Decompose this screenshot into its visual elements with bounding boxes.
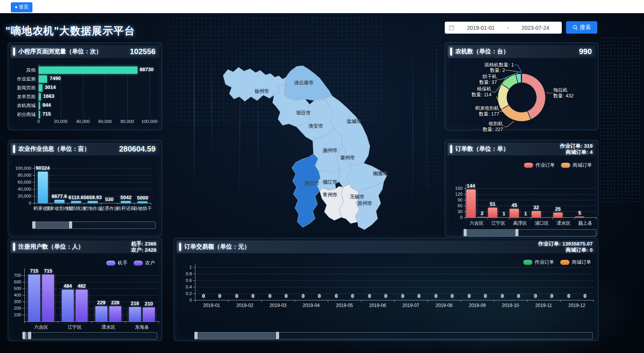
category-label: 溧水区 bbox=[557, 220, 571, 227]
legend-item-作业订单[interactable]: 作业订单 bbox=[523, 259, 554, 266]
value-label: 8677.6 bbox=[52, 193, 67, 199]
value-label: 0 bbox=[368, 293, 371, 299]
legend-item-机手[interactable]: 机手 bbox=[106, 260, 127, 266]
x-axis-tickmark bbox=[466, 217, 466, 219]
bar--秸秆还田[interactable] bbox=[121, 201, 131, 203]
value-label: 3014 bbox=[45, 84, 56, 90]
legend-item-农户[interactable]: 农户 bbox=[134, 260, 155, 266]
pie-label-line-text: 数量: 2 bbox=[451, 68, 505, 73]
value-label: 210 bbox=[145, 301, 153, 307]
bar-作业监测[interactable] bbox=[39, 75, 47, 83]
x-axis-tickmark bbox=[118, 203, 118, 205]
datazoom-handle-left[interactable] bbox=[195, 332, 198, 339]
bar-商城订单-六合区[interactable] bbox=[478, 217, 487, 217]
value-label: 0 bbox=[401, 293, 404, 299]
value-label: 45 bbox=[512, 202, 517, 208]
bar-作业订单-高淳区[interactable] bbox=[510, 209, 519, 217]
bar-作业订单-江宁区[interactable] bbox=[488, 208, 497, 217]
category-label: 颍上县 bbox=[578, 220, 592, 227]
value-label: 5 bbox=[578, 210, 581, 216]
legend-swatch bbox=[524, 163, 533, 168]
map-region-常州市[interactable] bbox=[320, 186, 344, 220]
category-label: 2019-02 bbox=[236, 303, 253, 308]
bar-新闻页面[interactable] bbox=[39, 84, 42, 92]
y-axis-tick: 0.4 bbox=[173, 285, 192, 289]
date-start-value[interactable]: 2019-01-01 bbox=[454, 25, 507, 31]
date-range-picker[interactable]: 2019-01-01 - 2023-07-24 bbox=[445, 22, 562, 34]
y-gridline bbox=[466, 206, 596, 206]
legend-swatch bbox=[106, 261, 115, 266]
bar-农户-江宁区[interactable] bbox=[76, 290, 88, 321]
home-tab[interactable]: ● 首页 bbox=[11, 2, 32, 12]
value-label: 216 bbox=[131, 300, 139, 306]
bar-其他[interactable] bbox=[39, 67, 137, 74]
pie-slice-收割机[interactable] bbox=[501, 105, 531, 121]
value-label: 530 bbox=[105, 196, 114, 202]
y-gridline bbox=[195, 293, 593, 294]
search-button[interactable]: 搜索 bbox=[566, 21, 597, 34]
value-label: 5000 bbox=[137, 195, 148, 201]
value-label: 1 bbox=[524, 211, 527, 217]
light-streak-decoration bbox=[212, 48, 212, 164]
date-end-value[interactable]: 2023-07-24 bbox=[509, 25, 562, 31]
x-axis-tickmark bbox=[527, 300, 527, 302]
bar-作业订单-六合区[interactable] bbox=[466, 189, 476, 217]
y-gridline bbox=[34, 175, 151, 176]
datazoom-handle-left[interactable] bbox=[32, 221, 36, 229]
bar--耙地作业[interactable] bbox=[88, 201, 98, 203]
bar-积分商城[interactable] bbox=[39, 111, 40, 118]
panel-title: 小程序页面浏览量（单位：次） bbox=[18, 48, 102, 56]
datazoom-handle-right[interactable] bbox=[515, 229, 519, 236]
datazoom-slider[interactable] bbox=[463, 229, 597, 237]
bar-作业订单-浦口区[interactable] bbox=[532, 211, 541, 217]
value-label: 1 bbox=[502, 211, 505, 217]
bar--稻麦收割[interactable] bbox=[38, 172, 48, 203]
header-accent-bar bbox=[179, 243, 181, 251]
datazoom-handle-right[interactable] bbox=[276, 332, 279, 339]
bar-发单页面[interactable] bbox=[39, 93, 41, 101]
bar-农户-溧水区[interactable] bbox=[109, 306, 121, 321]
datazoom-selection[interactable] bbox=[196, 333, 278, 339]
legend-swatch bbox=[134, 261, 143, 266]
bar-农户-六合区[interactable] bbox=[42, 275, 54, 321]
datazoom-handle-right[interactable] bbox=[28, 332, 31, 339]
datazoom-slider[interactable] bbox=[32, 222, 156, 229]
value-label: 228 bbox=[111, 300, 120, 305]
x-axis-tickmark bbox=[461, 300, 461, 302]
bar-农机商城[interactable] bbox=[39, 102, 40, 109]
bar-作业订单-颍上县[interactable] bbox=[575, 217, 584, 217]
datazoom-handle-left[interactable] bbox=[22, 332, 25, 339]
bar-机手-六合区[interactable] bbox=[28, 275, 40, 321]
bar--统防统治[interactable] bbox=[71, 201, 81, 203]
bar-作业订单-溧水区[interactable] bbox=[553, 213, 563, 217]
datazoom-selection[interactable] bbox=[34, 222, 71, 229]
bar-机手-江宁区[interactable] bbox=[62, 290, 74, 321]
x-axis-tick: 100,000 bbox=[139, 119, 160, 124]
bar--玉米收割作业[interactable] bbox=[54, 200, 64, 203]
datazoom-selection[interactable] bbox=[465, 230, 517, 236]
value-label: 715 bbox=[44, 268, 53, 274]
bar-机手-东海县[interactable] bbox=[129, 307, 141, 321]
datazoom-slider[interactable] bbox=[23, 332, 157, 339]
y-axis-tick: 80,000 bbox=[12, 173, 31, 177]
x-axis-tickmark bbox=[295, 300, 295, 302]
x-axis-tickmark bbox=[24, 321, 25, 323]
x-axis-tickmark bbox=[560, 300, 561, 302]
legend-item-作业订单[interactable]: 作业订单 bbox=[524, 162, 555, 169]
legend-item-商城订单[interactable]: 商城订单 bbox=[560, 259, 591, 266]
pie-label-line-text: 数量: 432 bbox=[553, 93, 607, 99]
value-label: 0 bbox=[417, 293, 420, 299]
panel-title: 订单数（单位：单） bbox=[455, 145, 509, 153]
bar-农户-东海县[interactable] bbox=[143, 307, 155, 321]
bar-机手-溧水区[interactable] bbox=[95, 306, 107, 321]
datazoom-handle-right[interactable] bbox=[69, 221, 72, 229]
orders-stat-work: 作业订单: 319 bbox=[560, 143, 593, 149]
legend-item-商城订单[interactable]: 商城订单 bbox=[561, 162, 592, 169]
bar--谷物烘干[interactable] bbox=[137, 201, 147, 203]
value-label: 0 bbox=[335, 293, 337, 299]
x-axis-tickmark bbox=[51, 203, 51, 205]
x-axis-tickmark bbox=[487, 217, 488, 219]
datazoom-slider[interactable] bbox=[194, 332, 593, 339]
datazoom-handle-left[interactable] bbox=[464, 229, 467, 236]
x-axis-tickmark bbox=[134, 203, 135, 205]
